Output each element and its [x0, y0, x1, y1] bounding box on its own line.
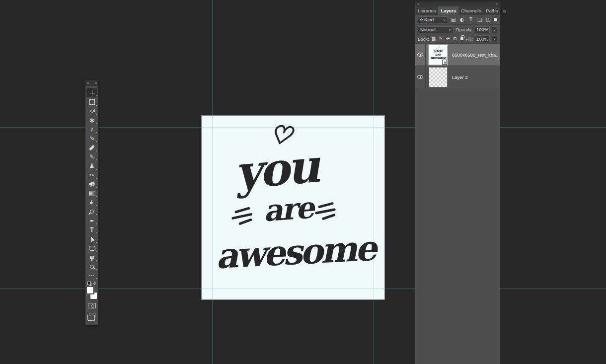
- shape-tool[interactable]: [86, 244, 97, 253]
- lock-artboard-icon[interactable]: ⊞: [453, 36, 457, 41]
- blend-mode-row: Normal ∨ Opacity: 100% ∨: [415, 25, 500, 34]
- move-tool[interactable]: [86, 88, 97, 97]
- filter-toggle[interactable]: [494, 18, 497, 21]
- ellipsis-icon: ···: [88, 274, 95, 278]
- pen-tool[interactable]: ✒: [86, 216, 97, 225]
- screen-mode-button[interactable]: [89, 313, 95, 318]
- lock-row: Lock: ▦ ✎ ✛ ⊞ Fill: 100% ∨: [415, 34, 500, 44]
- brush-tool[interactable]: ✎: [86, 152, 97, 161]
- accent-dashes-left: [230, 208, 253, 225]
- lock-transparent-pixels-icon[interactable]: ▦: [431, 36, 436, 41]
- fill-label: Fill:: [465, 36, 473, 42]
- lasso-icon: ϱ: [88, 109, 95, 114]
- tab-paths[interactable]: Paths: [483, 6, 500, 15]
- fill-chevron[interactable]: ∨: [492, 35, 497, 42]
- pen-icon: ✒: [89, 218, 94, 224]
- dodge-icon: [90, 210, 94, 214]
- dodge-tool[interactable]: [86, 207, 97, 216]
- tools-palette: × » ϱ ∗ ♯ ✐ ✎ ♟ ✑ ☛ ✒ T ψ ···: [85, 80, 98, 325]
- zoom-tool[interactable]: [86, 262, 97, 271]
- tab-channels[interactable]: Channels: [458, 6, 483, 15]
- history-brush-tool[interactable]: ✑: [86, 171, 97, 180]
- lock-position-icon[interactable]: ✛: [445, 36, 450, 41]
- type-icon: T: [90, 227, 93, 233]
- layer-thumbnail[interactable]: ♡ you are awesome: [429, 45, 448, 65]
- magic-wand-tool[interactable]: ∗: [86, 116, 97, 125]
- layer-name[interactable]: 6500x6500_text_ltba...: [448, 44, 500, 66]
- layer-thumbnail-transparent[interactable]: [429, 67, 448, 87]
- lock-all-icon[interactable]: [460, 37, 463, 40]
- lasso-tool[interactable]: ϱ: [86, 107, 97, 116]
- default-colors-icon[interactable]: [87, 282, 91, 286]
- filter-smart-objects-icon[interactable]: ◳: [485, 17, 492, 22]
- eye-icon: [417, 53, 423, 57]
- filter-pixel-layers-icon[interactable]: ▤: [450, 17, 457, 22]
- lock-label: Lock:: [418, 36, 429, 42]
- path-selection-icon: [89, 236, 95, 242]
- swap-colors-icon[interactable]: ⇄: [92, 281, 97, 286]
- smudge-tool[interactable]: ☛: [86, 198, 97, 207]
- blend-mode-value: Normal: [420, 27, 436, 32]
- tab-layers[interactable]: Layers: [438, 6, 458, 15]
- healing-brush-tool[interactable]: [86, 143, 97, 152]
- eyedropper-tool[interactable]: ✐: [86, 134, 97, 143]
- collapse-icon[interactable]: »: [95, 81, 97, 85]
- clone-stamp-tool[interactable]: ♟: [86, 161, 97, 170]
- path-selection-tool[interactable]: [86, 234, 97, 243]
- marquee-icon: [89, 99, 95, 105]
- document-canvas[interactable]: ♡ you are awesome: [202, 116, 384, 299]
- healing-brush-icon: [89, 145, 95, 151]
- lettering-you: you: [233, 143, 319, 196]
- layers-panel-titlebar: × «: [415, 1, 500, 6]
- fill-value[interactable]: 100%: [475, 35, 490, 42]
- smudge-icon: ☛: [88, 199, 95, 206]
- layer-row-layer-2[interactable]: Layer 2: [415, 66, 500, 88]
- opacity-value[interactable]: 100%: [475, 26, 490, 33]
- layer-row-smart-object[interactable]: ♡ you are awesome 6500x6500_text_ltba...: [415, 44, 500, 66]
- filter-type-layers-icon[interactable]: T: [467, 17, 474, 22]
- filter-adjustment-layers-icon[interactable]: ◐: [459, 17, 466, 22]
- color-swatches: ⇄: [85, 281, 98, 299]
- canvas-guide-vertical-left: [212, 116, 213, 299]
- chevron-down-icon: ∨: [443, 18, 446, 22]
- collapse-icon[interactable]: «: [496, 2, 498, 6]
- search-icon: [420, 18, 423, 21]
- tab-libraries[interactable]: Libraries: [415, 6, 438, 15]
- edit-toolbar-button[interactable]: ···: [86, 271, 97, 280]
- eraser-tool[interactable]: [86, 180, 97, 189]
- crop-tool[interactable]: ♯: [86, 125, 97, 134]
- lock-image-pixels-icon[interactable]: ✎: [438, 36, 443, 41]
- accent-dashes-right: [314, 203, 337, 220]
- hand-icon: ψ: [89, 254, 94, 260]
- layer-name[interactable]: Layer 2: [448, 66, 468, 88]
- crop-icon: ♯: [90, 127, 93, 133]
- tools-palette-header: × »: [85, 80, 98, 86]
- eyedropper-icon: ✐: [89, 136, 94, 142]
- filter-kind-dropdown[interactable]: Kind ∨: [418, 16, 448, 23]
- filter-shape-layers-icon[interactable]: □: [476, 17, 483, 22]
- lettering-are: are: [262, 193, 314, 226]
- opacity-label: Opacity:: [455, 27, 473, 32]
- tool-list: ϱ ∗ ♯ ✐ ✎ ♟ ✑ ☛ ✒ T ψ ···: [85, 86, 98, 280]
- shape-icon: [89, 246, 95, 251]
- visibility-toggle[interactable]: [415, 44, 426, 66]
- brush-icon: ✎: [89, 154, 94, 160]
- close-icon[interactable]: ×: [87, 81, 89, 85]
- close-icon[interactable]: ×: [417, 2, 419, 6]
- photoshop-workspace: ♡ you are awesome × » ϱ ∗ ♯ ✐ ✎ ♟ ✑: [0, 0, 606, 364]
- hand-tool[interactable]: ψ: [86, 253, 97, 262]
- layer-filter-row: Kind ∨ ▤ ◐ T □ ◳: [415, 15, 500, 25]
- quick-mask-button[interactable]: [88, 303, 96, 308]
- canvas-guide-horizontal-bottom: [202, 288, 384, 289]
- visibility-toggle[interactable]: [415, 66, 426, 88]
- blend-mode-dropdown[interactable]: Normal ∨: [418, 26, 454, 33]
- gradient-tool[interactable]: [86, 189, 97, 198]
- foreground-color-swatch[interactable]: [86, 287, 94, 294]
- layers-panel: × « Libraries Layers Channels Paths ≡ Ki…: [415, 1, 500, 364]
- rectangular-marquee-tool[interactable]: [86, 97, 97, 106]
- type-tool[interactable]: T: [86, 225, 97, 234]
- panel-menu-icon[interactable]: ≡: [501, 6, 509, 15]
- opacity-chevron[interactable]: ∨: [492, 26, 497, 33]
- layers-panel-empty-area: [415, 88, 500, 364]
- smart-object-badge-icon: [442, 60, 447, 65]
